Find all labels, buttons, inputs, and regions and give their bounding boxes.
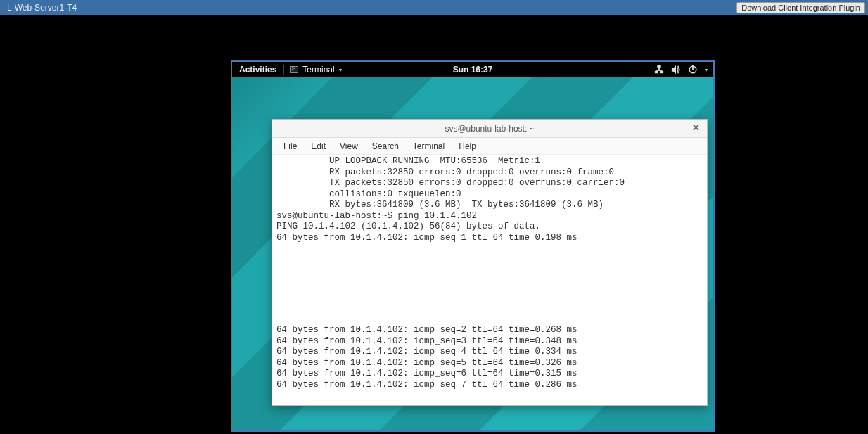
output-line: collisions:0 txqueuelen:0	[276, 189, 703, 200]
console-titlebar: L-Web-Server1-T4 Download Client Integra…	[0, 0, 868, 15]
terminal-menubar: File Edit View Search Terminal Help	[272, 138, 707, 155]
vm-display-frame: Activities Terminal ▾ Sun 16:37 ▾ svs@ub…	[231, 60, 715, 432]
menu-file[interactable]: File	[278, 140, 302, 153]
output-line: svs@ubuntu-lab-host:~$ ping 10.1.4.102	[276, 211, 703, 222]
terminal-icon	[290, 66, 298, 73]
desktop-background[interactable]: svs@ubuntu-lab-host: ~ ✕ File Edit View …	[232, 77, 713, 430]
terminal-output-area[interactable]: UP LOOPBACK RUNNING MTU:65536 Metric:1 R…	[272, 155, 707, 405]
output-line: 64 bytes from 10.1.4.102: icmp_seq=7 ttl…	[276, 380, 703, 391]
output-line: 64 bytes from 10.1.4.102: icmp_seq=2 ttl…	[276, 325, 703, 336]
app-menu-label: Terminal	[302, 65, 334, 75]
svg-rect-3	[656, 70, 663, 71]
app-menu-button[interactable]: Terminal ▾	[283, 65, 347, 75]
output-line: TX packets:32850 errors:0 dropped:0 over…	[276, 178, 703, 189]
menu-edit[interactable]: Edit	[305, 140, 331, 153]
chevron-down-icon: ▾	[339, 67, 342, 73]
output-line: PING 10.1.4.102 (10.1.4.102) 56(84) byte…	[276, 222, 703, 233]
clock-label[interactable]: Sun 16:37	[453, 65, 493, 75]
network-icon	[654, 65, 664, 75]
close-button[interactable]: ✕	[690, 122, 701, 133]
menu-help[interactable]: Help	[453, 140, 482, 153]
output-line: RX bytes:3641809 (3.6 MB) TX bytes:36418…	[276, 200, 703, 211]
window-title: svs@ubuntu-lab-host: ~	[445, 124, 534, 134]
menu-view[interactable]: View	[334, 140, 364, 153]
output-line: 64 bytes from 10.1.4.102: icmp_seq=6 ttl…	[276, 369, 703, 380]
volume-icon	[671, 65, 681, 75]
svg-rect-1	[660, 71, 663, 74]
menu-search[interactable]: Search	[366, 140, 404, 153]
download-plugin-button[interactable]: Download Client Integration Plugin	[736, 2, 865, 13]
output-line: 64 bytes from 10.1.4.102: icmp_seq=4 ttl…	[276, 347, 703, 358]
output-line: RX packets:32850 errors:0 dropped:0 over…	[276, 167, 703, 179]
terminal-window: svs@ubuntu-lab-host: ~ ✕ File Edit View …	[272, 119, 708, 406]
gnome-top-bar: Activities Terminal ▾ Sun 16:37 ▾	[232, 62, 713, 77]
output-line: 64 bytes from 10.1.4.102: icmp_seq=5 ttl…	[276, 358, 703, 369]
system-tray[interactable]: ▾	[654, 65, 708, 75]
output-line: UP LOOPBACK RUNNING MTU:65536 Metric:1	[276, 156, 703, 167]
menu-terminal[interactable]: Terminal	[407, 140, 450, 153]
svg-marker-5	[672, 65, 676, 74]
svg-rect-7	[692, 65, 694, 70]
chevron-down-icon: ▾	[705, 67, 708, 73]
power-icon	[688, 65, 698, 75]
output-line: 64 bytes from 10.1.4.102: icmp_seq=1 ttl…	[276, 233, 703, 244]
vm-name-label: L-Web-Server1-T4	[3, 3, 77, 13]
svg-rect-0	[655, 71, 658, 74]
window-titlebar[interactable]: svs@ubuntu-lab-host: ~ ✕	[272, 120, 707, 138]
activities-button[interactable]: Activities	[232, 65, 283, 75]
output-line: 64 bytes from 10.1.4.102: icmp_seq=3 ttl…	[276, 336, 703, 347]
svg-rect-4	[657, 65, 660, 68]
